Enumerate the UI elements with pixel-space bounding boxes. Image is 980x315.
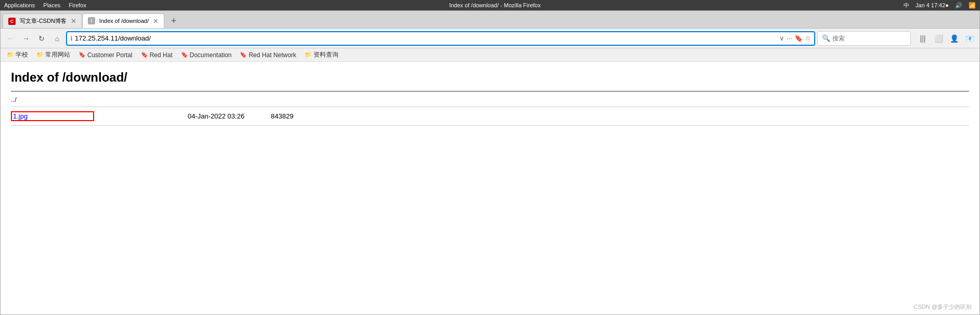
page-content: Index of /download/ ../ 1.jpg 04-Jan-202… xyxy=(1,62,979,314)
tab-label-download: Index of /download/ xyxy=(99,18,149,24)
folder-icon-data: 📁 xyxy=(305,51,312,58)
places-menu[interactable]: Places xyxy=(43,2,60,8)
tab-close-download[interactable]: ✕ xyxy=(153,17,159,25)
search-bar[interactable]: 🔍 xyxy=(817,31,911,46)
new-tab-button[interactable]: + xyxy=(166,14,181,28)
page-title: Index of /download/ xyxy=(11,70,969,85)
url-pocket-icon[interactable]: 🔖 xyxy=(794,34,803,42)
tab-csdn[interactable]: C 写文章-CSDN博客 ✕ xyxy=(3,14,82,28)
file-row: 1.jpg 04-Jan-2022 03:26 843829 xyxy=(11,110,969,122)
bookmark-customer-label: Customer Portal xyxy=(87,51,133,59)
file-size: 843829 xyxy=(271,112,312,120)
url-input[interactable] xyxy=(75,34,777,42)
url-bar-right: ∨ ··· 🔖 ☆ xyxy=(779,34,811,42)
bookmark-documentation[interactable]: 🔖 Documentation xyxy=(178,50,235,60)
home-button[interactable]: ⌂ xyxy=(50,32,64,45)
bookmark-redhat-network[interactable]: 🔖 Red Hat Network xyxy=(237,50,299,60)
applications-menu[interactable]: Applications xyxy=(4,2,35,8)
window-title: Index of /download/ - Mozilla Firefox xyxy=(449,2,541,8)
network-icon: 📶 xyxy=(969,2,976,9)
parent-link[interactable]: ../ xyxy=(11,96,969,103)
folder-icon-school: 📁 xyxy=(7,51,14,58)
forward-button[interactable]: → xyxy=(19,32,33,45)
bookmark-redhat-label: Red Hat xyxy=(150,51,173,59)
url-dropdown-icon[interactable]: ∨ xyxy=(779,34,785,42)
nav-bar-right: ||| ⬜ 👤 📧 xyxy=(916,32,976,45)
tab-label-csdn: 写文章-CSDN博客 xyxy=(20,17,67,25)
input-method-indicator: 中 xyxy=(904,2,909,9)
bookmark-common-sites[interactable]: 📁 常用网站 xyxy=(33,49,73,60)
system-bar-left: Applications Places Firefox xyxy=(4,2,86,8)
library-icon[interactable]: ||| xyxy=(916,32,930,45)
file-date: 04-Jan-2022 03:26 xyxy=(188,112,271,120)
url-bookmark-icon[interactable]: ☆ xyxy=(805,34,811,42)
tab-close-csdn[interactable]: ✕ xyxy=(71,17,76,25)
bookmark-icon-customer: 🔖 xyxy=(79,51,86,58)
file-link-1jpg[interactable]: 1.jpg xyxy=(11,111,94,121)
tab-favicon-csdn: C xyxy=(8,18,16,25)
nav-bar: ← → ↻ ⌂ ℹ ∨ ··· 🔖 ☆ 🔍 ||| ⬜ 👤 📧 xyxy=(1,29,979,48)
url-bar-container[interactable]: ℹ ∨ ··· 🔖 ☆ xyxy=(66,31,815,46)
firefox-menu[interactable]: Firefox xyxy=(69,2,86,8)
system-bar-right: 中 Jan 4 17:42● 🔊 📶 xyxy=(904,2,976,9)
search-input[interactable] xyxy=(832,35,895,42)
bookmark-docs-label: Documentation xyxy=(190,51,232,59)
file-divider-bottom xyxy=(11,125,969,126)
bookmark-data-query[interactable]: 📁 资料查询 xyxy=(302,49,342,60)
extension-icon[interactable]: 📧 xyxy=(963,32,976,45)
bookmark-school-label: 学校 xyxy=(16,50,28,59)
tab-bar: C 写文章-CSDN博客 ✕ i Index of /download/ ✕ + xyxy=(1,11,979,29)
bookmark-data-label: 资料查询 xyxy=(313,50,338,59)
url-info-icon: ℹ xyxy=(70,35,73,42)
sync-icon[interactable]: ⬜ xyxy=(932,32,945,45)
bookmark-common-label: 常用网站 xyxy=(45,50,70,59)
account-icon[interactable]: 👤 xyxy=(947,32,961,45)
content-divider xyxy=(11,91,969,91)
file-divider-top xyxy=(11,107,969,107)
volume-icon: 🔊 xyxy=(955,2,962,9)
bookmark-icon-rhnetwork: 🔖 xyxy=(240,51,247,58)
bookmark-icon-redhat: 🔖 xyxy=(141,51,148,58)
back-button[interactable]: ← xyxy=(4,32,17,45)
bookmark-school[interactable]: 📁 学校 xyxy=(4,49,31,60)
datetime-display: Jan 4 17:42● xyxy=(916,2,949,8)
url-more-icon[interactable]: ··· xyxy=(787,34,792,42)
bookmarks-bar: 📁 学校 📁 常用网站 🔖 Customer Portal 🔖 Red Hat … xyxy=(1,48,979,62)
tab-download[interactable]: i Index of /download/ ✕ xyxy=(82,14,164,28)
folder-icon-common: 📁 xyxy=(36,51,44,58)
bookmark-icon-docs: 🔖 xyxy=(181,51,188,58)
browser-window: C 写文章-CSDN博客 ✕ i Index of /download/ ✕ +… xyxy=(0,10,980,315)
bookmark-customer-portal[interactable]: 🔖 Customer Portal xyxy=(75,50,136,60)
system-bar: Applications Places Firefox Index of /do… xyxy=(0,0,980,10)
bookmark-rhnetwork-label: Red Hat Network xyxy=(249,51,296,59)
refresh-button[interactable]: ↻ xyxy=(35,32,48,45)
watermark: CSDN @多于少的区别 xyxy=(914,303,972,311)
search-icon: 🔍 xyxy=(822,34,830,42)
tab-favicon-download: i xyxy=(88,17,95,24)
bookmark-redhat[interactable]: 🔖 Red Hat xyxy=(138,50,176,60)
system-bar-center: Index of /download/ - Mozilla Firefox xyxy=(449,2,541,8)
